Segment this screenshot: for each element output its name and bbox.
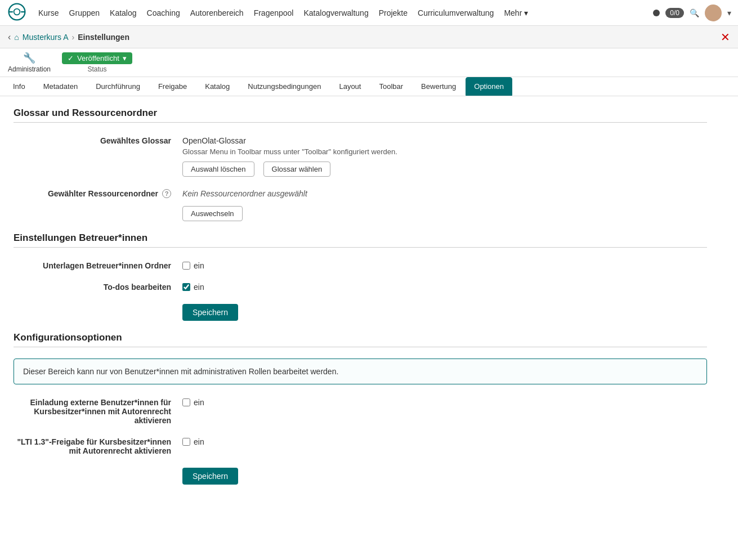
- tabs-row: Info Metadaten Durchführung Freigabe Kat…: [0, 77, 738, 96]
- konfig-speichern-button[interactable]: Speichern: [182, 468, 238, 485]
- status-dot: [653, 10, 660, 16]
- unterlagen-label: Unterlagen Betreuer*innen Ordner: [14, 259, 182, 270]
- tab-bewertung[interactable]: Bewertung: [413, 77, 464, 96]
- todos-row: To-dos bearbeiten ein: [14, 280, 707, 292]
- status-dropdown-arrow-icon: ▾: [123, 54, 127, 62]
- breadcrumb: ‹ ⌂ Musterkurs A › Einstellungen: [8, 32, 129, 42]
- glossar-waehlen-button[interactable]: Glossar wählen: [263, 162, 331, 177]
- konfig-info-box: Dieser Bereich kann nur von Benutzer*inn…: [14, 359, 707, 384]
- lti-checkbox[interactable]: [182, 438, 190, 446]
- nav-fragenpool[interactable]: Fragenpool: [254, 6, 294, 20]
- logo: [7, 2, 27, 24]
- ressourcenordner-help-icon[interactable]: ?: [162, 189, 171, 198]
- unterlagen-value: ein: [182, 259, 707, 270]
- top-navigation: Kurse Gruppen Katalog Coaching Autorenbe…: [0, 0, 738, 26]
- lti-value: ein: [182, 435, 707, 446]
- glossar-hint: Glossar Menu in Toolbar muss unter "Tool…: [182, 147, 707, 156]
- user-menu-chevron-icon[interactable]: ▾: [727, 8, 731, 17]
- tab-layout[interactable]: Layout: [330, 77, 369, 96]
- nav-links: Kurse Gruppen Katalog Coaching Autorenbe…: [38, 6, 642, 20]
- betreuer-save-row: Speichern: [14, 302, 707, 321]
- lti-ein-label: ein: [194, 437, 204, 446]
- breadcrumb-separator: ›: [72, 33, 75, 42]
- back-button[interactable]: ‹: [8, 32, 11, 42]
- ressourcenordner-label: Gewählter Ressourcenordner ?: [14, 187, 182, 198]
- unterlagen-checkbox-row: ein: [182, 261, 707, 270]
- todos-checkbox[interactable]: [182, 283, 190, 291]
- lti-checkbox-row: ein: [182, 437, 707, 446]
- nav-coaching[interactable]: Coaching: [147, 6, 180, 20]
- lti-row: "LTI 1.3"-Freigabe für Kursbesitzer*inne…: [14, 435, 707, 455]
- einladung-checkbox-row: ein: [182, 398, 707, 407]
- tab-durchfuehrung[interactable]: Durchführung: [87, 77, 149, 96]
- unterlagen-ein-label: ein: [194, 261, 204, 270]
- nav-projekte[interactable]: Projekte: [379, 6, 408, 20]
- status-badge[interactable]: ✓ Veröffentlicht ▾: [62, 52, 132, 64]
- nav-mehr[interactable]: Mehr ▾: [504, 6, 528, 20]
- breadcrumb-current: Einstellungen: [78, 33, 129, 42]
- betreuer-speichern-button[interactable]: Speichern: [182, 304, 238, 321]
- ressourcenordner-value: Kein Ressourcenordner ausgewählt Auswech…: [182, 187, 707, 221]
- konfig-section-title: Konfigurationsoptionen: [14, 332, 707, 343]
- tab-metadaten[interactable]: Metadaten: [35, 77, 86, 96]
- glossar-section-divider: [14, 122, 707, 123]
- glossar-name: OpenOlat-Glossar: [182, 136, 707, 145]
- status-group: ✓ Veröffentlicht ▾ Status: [62, 52, 132, 73]
- search-icon[interactable]: 🔍: [690, 8, 699, 17]
- wrench-icon: 🔧: [23, 52, 35, 64]
- admin-toolbar: 🔧 Administration ✓ Veröffentlicht ▾ Stat…: [0, 48, 738, 77]
- todos-checkbox-row: ein: [182, 283, 707, 292]
- ressourcenordner-row: Gewählter Ressourcenordner ? Kein Ressou…: [14, 187, 707, 221]
- breadcrumb-bar: ‹ ⌂ Musterkurs A › Einstellungen ✕: [0, 26, 738, 48]
- todos-label: To-dos bearbeiten: [14, 280, 182, 292]
- einladung-label: Einladung externe Benutzer*innen für Kur…: [14, 396, 182, 425]
- gewaehltes-glossar-row: Gewähltes Glossar OpenOlat-Glossar Gloss…: [14, 134, 707, 177]
- einladung-checkbox[interactable]: [182, 398, 190, 406]
- tab-optionen[interactable]: Optionen: [466, 77, 512, 96]
- status-checkmark-icon: ✓: [68, 54, 74, 62]
- administration-button[interactable]: 🔧 Administration: [8, 52, 51, 73]
- lti-label: "LTI 1.3"-Freigabe für Kursbesitzer*inne…: [14, 435, 182, 455]
- administration-label: Administration: [8, 65, 51, 73]
- tab-toolbar[interactable]: Toolbar: [370, 77, 412, 96]
- tab-katalog[interactable]: Katalog: [196, 77, 238, 96]
- glossar-buttons: Auswahl löschen Glossar wählen: [182, 162, 707, 177]
- home-icon[interactable]: ⌂: [14, 33, 19, 42]
- score-badge: 0/0: [665, 8, 684, 18]
- auswechseln-button[interactable]: Auswechseln: [182, 206, 243, 221]
- tab-freigabe[interactable]: Freigabe: [150, 77, 195, 96]
- konfig-section-divider: [14, 347, 707, 347]
- unterlagen-row: Unterlagen Betreuer*innen Ordner ein: [14, 259, 707, 270]
- nav-curriculumverwaltung[interactable]: Curriculumverwaltung: [418, 6, 494, 20]
- nav-katalogverwaltung[interactable]: Katalogverwaltung: [303, 6, 368, 20]
- tab-nutzungsbedingungen[interactable]: Nutzungsbedingungen: [239, 77, 329, 96]
- status-label: Status: [87, 65, 106, 73]
- main-content: Glossar und Ressourcenordner Gewähltes G…: [0, 96, 721, 506]
- todos-ein-label: ein: [194, 283, 204, 292]
- gewaehltes-glossar-label: Gewähltes Glossar: [14, 134, 182, 145]
- konfig-save-row: Speichern: [14, 465, 707, 485]
- nav-gruppen[interactable]: Gruppen: [69, 6, 100, 20]
- todos-value: ein: [182, 280, 707, 292]
- close-icon[interactable]: ✕: [721, 30, 730, 44]
- topnav-right: 0/0 🔍 ▾: [653, 5, 731, 21]
- einladung-value: ein: [182, 396, 707, 407]
- betreuer-section-title: Einstellungen Betreuer*innen: [14, 232, 707, 244]
- auswahl-loeschen-button[interactable]: Auswahl löschen: [182, 162, 254, 177]
- glossar-section-title: Glossar und Ressourcenordner: [14, 107, 707, 119]
- unterlagen-checkbox[interactable]: [182, 262, 190, 270]
- gewaehltes-glossar-value: OpenOlat-Glossar Glossar Menu in Toolbar…: [182, 134, 707, 177]
- betreuer-section-divider: [14, 247, 707, 248]
- ressourcenordner-none-text: Kein Ressourcenordner ausgewählt: [182, 189, 707, 198]
- einladung-row: Einladung externe Benutzer*innen für Kur…: [14, 396, 707, 425]
- nav-kurse[interactable]: Kurse: [38, 6, 59, 20]
- nav-autorenbereich[interactable]: Autorenbereich: [190, 6, 244, 20]
- status-badge-label: Veröffentlicht: [77, 54, 119, 62]
- breadcrumb-parent-link[interactable]: Musterkurs A: [23, 33, 69, 42]
- user-avatar[interactable]: [705, 5, 722, 21]
- einladung-ein-label: ein: [194, 398, 204, 407]
- nav-katalog[interactable]: Katalog: [110, 6, 136, 20]
- tab-info[interactable]: Info: [5, 77, 34, 96]
